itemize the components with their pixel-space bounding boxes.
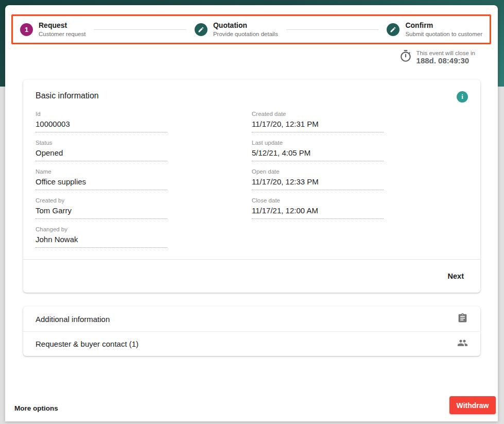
edit-icon: [195, 23, 207, 36]
step-3-sublabel: Submit quotation to customer: [405, 30, 482, 38]
field-label: Close date: [252, 197, 384, 203]
step-1-label: Request: [39, 21, 85, 30]
field-value: Tom Garry: [36, 203, 167, 219]
field-value: 10000003: [36, 117, 167, 132]
screen: 1 Request Customer request Quotation Pro…: [0, 0, 504, 424]
field-label: Name: [36, 168, 167, 175]
field-value: 11/17/20, 12:33 PM: [252, 175, 384, 190]
section-additional-information[interactable]: Additional information: [23, 307, 480, 331]
section-requester-buyer-contact[interactable]: Requester & buyer contact (1): [23, 331, 480, 356]
withdraw-button[interactable]: Withdraw: [449, 396, 496, 414]
countdown-caption: This event will close in: [416, 50, 475, 56]
step-3-label: Confirm: [405, 21, 482, 30]
workflow-stepper-highlight: 1 Request Customer request Quotation Pro…: [11, 14, 491, 44]
field-created-by: Created by Tom Garry: [36, 197, 167, 219]
field-label: Created date: [252, 111, 384, 117]
field-label: Created by: [36, 197, 167, 203]
field-close-date: Close date 11/17/21, 12:00 AM: [252, 197, 384, 219]
field-id: Id 10000003: [36, 111, 167, 132]
countdown-value: 188d. 08:49:30: [416, 56, 475, 65]
field-created-date: Created date 11/17/20, 12:31 PM: [252, 111, 384, 132]
main-panel: 1 Request Customer request Quotation Pro…: [5, 5, 498, 421]
info-icon[interactable]: i: [457, 91, 468, 103]
step-2-sublabel: Provide quotation details: [213, 30, 278, 38]
field-value: Opened: [36, 146, 167, 161]
field-open-date: Open date 11/17/20, 12:33 PM: [252, 168, 384, 190]
basic-information-card: Basic information i Id 10000003 Created …: [23, 80, 480, 293]
more-options-button[interactable]: More options: [14, 404, 58, 412]
edit-icon: [387, 23, 399, 36]
stepper-connector: [94, 29, 186, 30]
step-confirm[interactable]: Confirm Submit quotation to customer: [387, 21, 482, 38]
step-quotation[interactable]: Quotation Provide quotation details: [195, 21, 278, 38]
next-button[interactable]: Next: [445, 268, 467, 284]
field-label: Status: [36, 140, 167, 146]
field-value: John Nowak: [36, 232, 167, 248]
field-value: Office supplies: [36, 175, 167, 190]
people-icon: [457, 337, 468, 350]
step-request[interactable]: 1 Request Customer request: [20, 21, 85, 38]
card-title: Basic information: [36, 91, 99, 100]
field-status: Status Opened: [36, 140, 167, 161]
field-label: Open date: [252, 168, 384, 175]
stopwatch-icon: [399, 49, 412, 65]
field-value: 5/12/21, 4:05 PM: [252, 146, 384, 161]
event-countdown: This event will close in 188d. 08:49:30: [399, 49, 475, 65]
field-changed-by: Changed by John Nowak: [36, 226, 167, 248]
section-title: Additional information: [36, 315, 110, 324]
field-name: Name Office supplies: [36, 168, 167, 190]
field-label: Last update: [252, 140, 384, 146]
basic-information-fields: Id 10000003 Created date 11/17/20, 12:31…: [23, 106, 480, 257]
field-last-update: Last update 5/12/21, 4:05 PM: [252, 140, 384, 161]
field-value: 11/17/20, 12:31 PM: [252, 117, 384, 132]
step-2-label: Quotation: [213, 21, 278, 30]
clipboard-icon: [457, 313, 468, 326]
sections-card: Additional information Requester & buyer…: [23, 307, 480, 356]
field-value: 11/17/21, 12:00 AM: [252, 203, 384, 219]
stepper-connector: [286, 29, 379, 30]
field-label: Id: [36, 111, 167, 117]
field-label: Changed by: [36, 226, 167, 232]
step-1-badge: 1: [20, 23, 33, 36]
step-1-sublabel: Customer request: [39, 30, 85, 38]
section-title: Requester & buyer contact (1): [36, 340, 138, 348]
